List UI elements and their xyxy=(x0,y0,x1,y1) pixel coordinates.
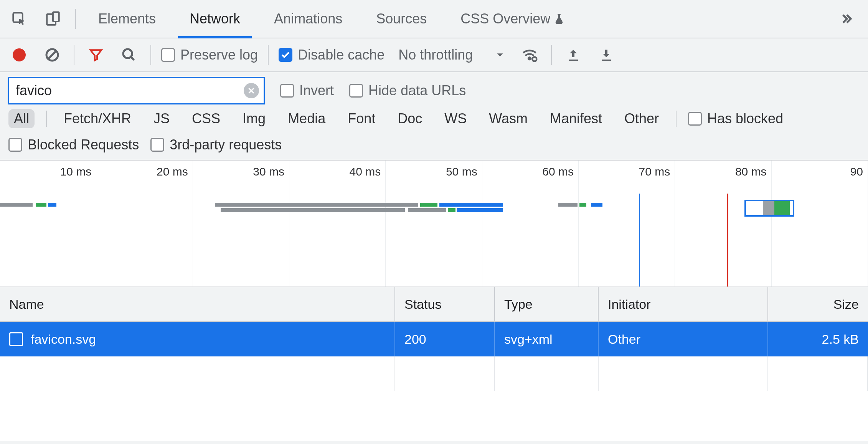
th-initiator[interactable]: Initiator xyxy=(599,287,768,321)
device-toolbar-icon[interactable] xyxy=(41,7,64,30)
checkbox-unchecked[interactable] xyxy=(280,84,294,98)
has-blocked-toggle[interactable]: Has blocked xyxy=(688,111,783,127)
label-text: Preserve log xyxy=(180,47,258,63)
hide-data-urls-toggle[interactable]: Hide data URLs xyxy=(349,83,466,99)
download-har-icon[interactable] xyxy=(595,43,618,66)
cell-type: svg+xml xyxy=(495,322,599,356)
disable-cache-toggle[interactable]: Disable cache xyxy=(279,47,384,63)
clear-icon[interactable] xyxy=(41,43,64,66)
th-status[interactable]: Status xyxy=(395,287,495,321)
tab-label: Elements xyxy=(98,11,156,27)
clear-filter-icon[interactable] xyxy=(244,83,259,98)
svg-point-5 xyxy=(528,57,531,60)
file-icon xyxy=(9,332,23,346)
divider xyxy=(676,111,677,127)
th-type[interactable]: Type xyxy=(495,287,599,321)
divider xyxy=(268,45,269,65)
tick-label: 20 ms xyxy=(157,165,188,178)
preserve-log-toggle[interactable]: Preserve log xyxy=(161,47,258,63)
filter-input-wrap xyxy=(8,77,265,104)
filter-input[interactable] xyxy=(16,83,244,99)
divider xyxy=(150,45,151,65)
cell-status: 200 xyxy=(395,322,495,356)
filter-pill-all[interactable]: All xyxy=(8,109,35,128)
label-text: Blocked Requests xyxy=(28,137,139,153)
filter-pill-manifest[interactable]: Manifest xyxy=(545,109,607,128)
filter-icon[interactable] xyxy=(84,43,107,66)
cell-name: favicon.svg xyxy=(0,322,395,356)
filter-pill-doc[interactable]: Doc xyxy=(392,109,427,128)
chevron-down-icon xyxy=(496,51,504,59)
divider xyxy=(75,9,76,29)
request-table-body: favicon.svg 200 svg+xml Other 2.5 kB xyxy=(0,322,868,441)
throttling-value: No throttling xyxy=(398,47,473,63)
divider xyxy=(551,45,552,65)
file-name: favicon.svg xyxy=(31,332,96,347)
th-name[interactable]: Name xyxy=(0,287,395,321)
request-table-header: Name Status Type Initiator Size xyxy=(0,287,868,322)
cell-size: 2.5 kB xyxy=(768,322,868,356)
more-tabs-icon[interactable] xyxy=(837,7,860,30)
tick-label: 80 ms xyxy=(735,165,767,178)
cell-initiator: Other xyxy=(599,322,768,356)
checkbox-unchecked[interactable] xyxy=(161,48,175,62)
timeline-bars xyxy=(0,203,868,218)
tick-label: 30 ms xyxy=(253,165,284,178)
tab-sources[interactable]: Sources xyxy=(365,0,438,38)
load-event-line xyxy=(727,194,728,287)
filter-pill-media[interactable]: Media xyxy=(282,109,331,128)
filter-pill-wasm[interactable]: Wasm xyxy=(484,109,533,128)
checkbox-unchecked[interactable] xyxy=(150,138,164,152)
filmstrip-frame xyxy=(744,200,794,217)
timeline-grid: 10 ms 20 ms 30 ms 40 ms 50 ms 60 ms 70 m… xyxy=(0,161,868,287)
tab-label: CSS Overview xyxy=(460,11,550,27)
checkbox-unchecked[interactable] xyxy=(688,112,702,126)
label-text: Hide data URLs xyxy=(368,83,466,99)
label-text: Has blocked xyxy=(707,111,783,127)
filter-pill-font[interactable]: Font xyxy=(342,109,381,128)
search-icon[interactable] xyxy=(117,43,140,66)
inspect-element-icon[interactable] xyxy=(8,7,31,30)
devtools-tab-bar: Elements Network Animations Sources CSS … xyxy=(0,0,868,38)
tick-label: 70 ms xyxy=(639,165,670,178)
flask-icon xyxy=(553,12,565,25)
tab-label: Animations xyxy=(274,11,342,27)
network-controls: Preserve log Disable cache No throttling xyxy=(0,38,868,72)
checkbox-checked[interactable] xyxy=(279,48,292,62)
tab-label: Network xyxy=(190,11,240,27)
type-filter-bar: All Fetch/XHR JS CSS Img Media Font Doc … xyxy=(0,109,868,161)
record-button[interactable] xyxy=(8,43,31,66)
blocked-requests-toggle[interactable]: Blocked Requests xyxy=(8,137,139,153)
tab-css-overview[interactable]: CSS Overview xyxy=(449,0,576,38)
filter-pill-fetch[interactable]: Fetch/XHR xyxy=(58,109,137,128)
tab-elements[interactable]: Elements xyxy=(87,0,167,38)
network-conditions-icon[interactable] xyxy=(518,43,541,66)
filter-pill-ws[interactable]: WS xyxy=(439,109,472,128)
tick-label: 60 ms xyxy=(542,165,574,178)
third-party-toggle[interactable]: 3rd-party requests xyxy=(150,137,282,153)
svg-rect-2 xyxy=(53,12,59,22)
tab-label: Sources xyxy=(376,11,427,27)
tick-label: 90 xyxy=(850,165,863,178)
table-row[interactable]: favicon.svg 200 svg+xml Other 2.5 kB xyxy=(0,322,868,356)
checkbox-unchecked[interactable] xyxy=(349,84,363,98)
th-size[interactable]: Size xyxy=(768,287,868,321)
filter-pill-js[interactable]: JS xyxy=(148,109,175,128)
upload-har-icon[interactable] xyxy=(562,43,585,66)
tick-label: 50 ms xyxy=(446,165,477,178)
tab-network[interactable]: Network xyxy=(178,0,252,38)
tick-label: 10 ms xyxy=(60,165,92,178)
dom-content-loaded-line xyxy=(639,194,640,287)
waterfall-overview[interactable]: 10 ms 20 ms 30 ms 40 ms 50 ms 60 ms 70 m… xyxy=(0,161,868,287)
filter-pill-img[interactable]: Img xyxy=(237,109,271,128)
tab-animations[interactable]: Animations xyxy=(262,0,354,38)
throttling-select[interactable]: No throttling xyxy=(394,47,508,63)
invert-toggle[interactable]: Invert xyxy=(280,83,334,99)
divider xyxy=(46,111,47,127)
tick-label: 40 ms xyxy=(350,165,381,178)
checkbox-unchecked[interactable] xyxy=(8,138,22,152)
filter-pill-css[interactable]: CSS xyxy=(186,109,226,128)
filter-pill-other[interactable]: Other xyxy=(619,109,664,128)
label-text: Invert xyxy=(299,83,334,99)
label-text: Disable cache xyxy=(298,47,384,63)
